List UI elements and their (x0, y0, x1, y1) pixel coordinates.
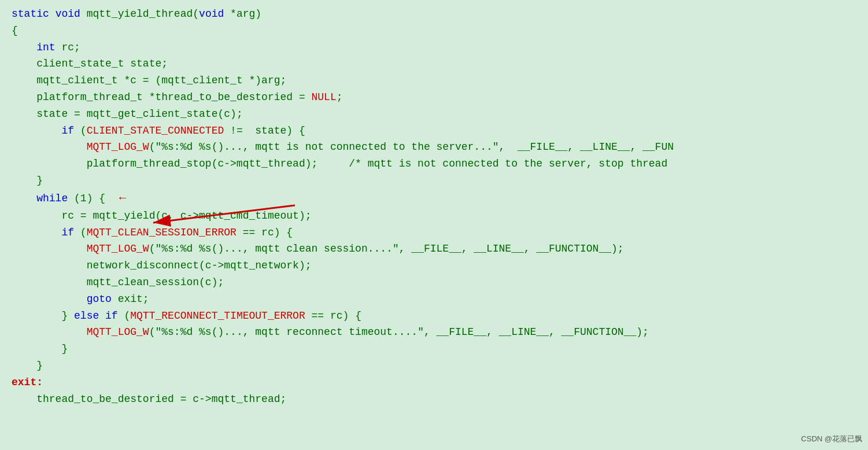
code-line: int rc; (12, 39, 856, 56)
code-container: static void mqtt_yield_thread(void *arg)… (0, 0, 868, 450)
code-line: } (12, 341, 856, 357)
code-line: client_state_t state; (12, 56, 856, 72)
code-line: mqtt_clean_session(c); (12, 274, 856, 291)
code-line: platform_thread_stop(c->mqtt_thread); /*… (12, 156, 856, 172)
code-line: MQTT_LOG_W("%s:%d %s()..., mqtt reconnec… (12, 324, 856, 341)
code-line: MQTT_LOG_W("%s:%d %s()..., mqtt is not c… (12, 139, 856, 156)
code-line: platform_thread_t *thread_to_be_destorie… (12, 89, 856, 106)
code-line: thread_to_be_destoried = c->mqtt_thread; (12, 391, 856, 408)
code-line: } else if (MQTT_RECONNECT_TIMEOUT_ERROR … (12, 308, 856, 324)
code-line: } (12, 357, 856, 374)
code-line: state = mqtt_get_client_state(c); (12, 106, 856, 123)
code-line: while (1) { ← (12, 189, 856, 208)
code-line: mqtt_client_t *c = (mqtt_client_t *)arg; (12, 72, 856, 89)
code-line: { (12, 23, 856, 39)
code-line: } (12, 172, 856, 189)
code-line: MQTT_LOG_W("%s:%d %s()..., mqtt clean se… (12, 241, 856, 257)
code-line: exit: (12, 374, 856, 391)
code-line: network_disconnect(c->mqtt_network); (12, 257, 856, 274)
code-line: if (CLIENT_STATE_CONNECTED != state) { (12, 123, 856, 139)
watermark: CSDN @花落已飘 (801, 434, 862, 444)
code-line: goto exit; (12, 291, 856, 308)
code-block: static void mqtt_yield_thread(void *arg)… (12, 6, 856, 407)
code-line: static void mqtt_yield_thread(void *arg) (12, 6, 856, 23)
code-line: rc = mqtt_yield(c, c->mqtt_cmd_timeout); (12, 208, 856, 224)
code-line: if (MQTT_CLEAN_SESSION_ERROR == rc) { (12, 224, 856, 241)
